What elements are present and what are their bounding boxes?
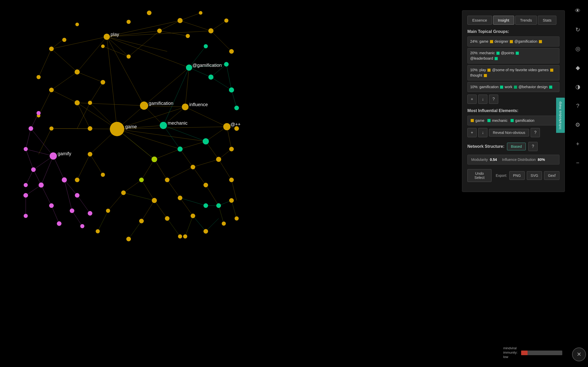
svg-point-177 (37, 111, 41, 115)
export-png-button[interactable]: PNG (509, 171, 525, 180)
svg-point-187 (75, 193, 79, 198)
tab-trends[interactable]: Trends (515, 16, 537, 25)
undo-select-button[interactable]: Undo Select (467, 169, 492, 182)
svg-point-156 (216, 157, 221, 162)
svg-point-155 (183, 234, 187, 238)
svg-point-196 (223, 123, 230, 130)
svg-point-147 (165, 178, 170, 182)
svg-point-191 (186, 65, 192, 71)
export-row: Undo Select Export: PNG SVG Gexf (467, 169, 559, 182)
network-structure-row: Network Structure: Biased ? (467, 142, 559, 151)
svg-point-160 (229, 198, 234, 203)
network-canvas[interactable]: play @gamification gamification influenc… (0, 0, 340, 367)
svg-point-123 (199, 11, 202, 15)
group2-term3: @leaderboard (470, 56, 493, 60)
group3-swatch1 (487, 69, 491, 72)
svg-point-178 (31, 167, 36, 172)
group2-term2: @points (501, 51, 514, 55)
download-influential-button[interactable]: ↓ (478, 128, 487, 137)
add-influential-button[interactable]: + (467, 128, 477, 137)
modularity-label: Modularity (471, 158, 488, 162)
settings-icon[interactable]: ⚙ (572, 119, 583, 131)
add-group-button[interactable]: + (467, 95, 477, 104)
mindviral-text: mindviralimmunity:low (503, 346, 518, 359)
network-help-button[interactable]: ? (528, 142, 538, 151)
target-icon[interactable]: ◎ (572, 43, 583, 54)
svg-point-117 (75, 23, 79, 26)
svg-point-185 (62, 177, 67, 182)
topic-group-4: 10%: gamification work @behavior design (467, 82, 559, 92)
svg-point-175 (29, 126, 33, 131)
right-panel: Essence Insight Trends Stats Main Topica… (340, 0, 588, 367)
svg-point-171 (216, 203, 221, 208)
svg-point-172 (203, 203, 208, 208)
group2-swatch2 (516, 52, 519, 55)
svg-point-186 (70, 208, 74, 213)
gem-icon[interactable]: ◆ (572, 62, 583, 74)
modularity-metric: Modularity 0.54 (471, 158, 497, 162)
help-icon[interactable]: ? (572, 100, 583, 112)
infranodus-help-tab[interactable]: InfraNodus Help (556, 98, 565, 133)
group4-swatch2 (514, 86, 517, 89)
svg-point-138 (88, 152, 92, 157)
eye-icon[interactable]: 👁 (572, 5, 583, 16)
svg-point-118 (127, 20, 131, 24)
group1-swatch1 (490, 40, 493, 43)
svg-point-167 (234, 106, 239, 110)
svg-point-169 (203, 138, 209, 144)
group2-swatch1 (496, 52, 500, 55)
influence-metric: Influence Distribution 80% (502, 158, 545, 162)
topical-groups-title: Main Topical Groups: (467, 29, 559, 34)
svg-point-188 (80, 224, 84, 228)
svg-point-152 (203, 183, 208, 187)
influential-box: game mechanic gamification (467, 116, 559, 125)
svg-point-197 (50, 152, 57, 160)
influential-actions: + ↓ Reveal Non-obvious ? (467, 128, 559, 137)
help-group-button[interactable]: ? (489, 95, 498, 104)
topic-group-1: 24%: game designer @gamification (467, 36, 559, 47)
svg-point-134 (75, 100, 80, 105)
svg-point-165 (224, 62, 229, 67)
tab-insight[interactable]: Insight (493, 16, 514, 25)
svg-point-126 (229, 49, 234, 54)
svg-point-135 (49, 126, 54, 131)
close-circle-button[interactable]: ✕ (572, 347, 586, 361)
svg-point-170 (177, 146, 183, 152)
export-svg-button[interactable]: SVG (527, 171, 542, 180)
svg-point-182 (49, 203, 54, 208)
topic-group-3: 10%: play @some of my favorite video gam… (467, 65, 559, 80)
svg-point-181 (23, 193, 28, 198)
game-label: game (475, 118, 484, 123)
immunity-red-fill (521, 351, 528, 355)
svg-point-133 (88, 101, 92, 105)
group4-swatch1 (500, 86, 503, 89)
svg-point-119 (147, 11, 152, 15)
group3-term3: thought (470, 73, 482, 77)
help-influential-button[interactable]: ? (531, 128, 540, 137)
svg-point-151 (191, 165, 195, 169)
group4-term2: work (505, 85, 512, 89)
zoom-in-icon[interactable]: + (572, 138, 583, 150)
mechanic-label: mechanic (492, 118, 507, 123)
biased-button[interactable]: Biased (507, 143, 526, 150)
zoom-out-icon[interactable]: − (572, 157, 583, 169)
topical-group-actions: + ↓ ? (467, 95, 559, 104)
tab-stats[interactable]: Stats (538, 16, 556, 25)
download-group-button[interactable]: ↓ (478, 95, 487, 104)
svg-point-120 (157, 29, 162, 33)
export-label: Export: (496, 173, 507, 178)
refresh-icon[interactable]: ↻ (572, 24, 583, 35)
group3-term2: @some of my favorite video games (492, 68, 549, 72)
svg-point-149 (165, 216, 170, 221)
reveal-nonobvious-button[interactable]: Reveal Non-obvious (489, 129, 529, 136)
sidebar: 👁 ↻ ◎ ◆ ◑ ? ⚙ + − (567, 0, 588, 367)
modularity-value: 0.54 (490, 158, 497, 162)
svg-point-168 (204, 44, 208, 48)
tab-essence[interactable]: Essence (467, 16, 492, 25)
topic-group-2: 20%: mechanic @points @leaderboard (467, 48, 559, 63)
contrast-icon[interactable]: ◑ (572, 81, 583, 93)
svg-point-132 (101, 80, 105, 85)
export-gexf-button[interactable]: Gexf (544, 171, 559, 180)
tab-bar: Essence Insight Trends Stats (467, 16, 559, 25)
svg-point-173 (152, 157, 157, 162)
